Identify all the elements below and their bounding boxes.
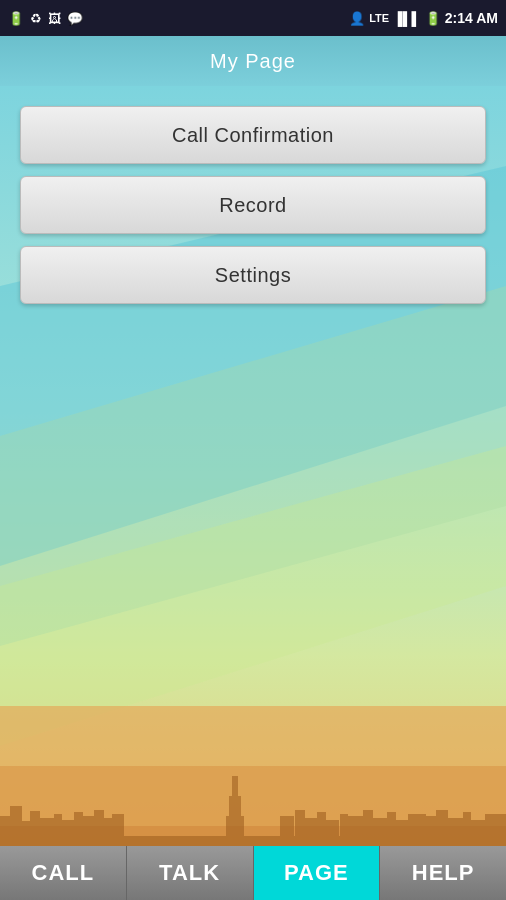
image-icon: 🖼 [48, 11, 61, 26]
recycle-icon: ♻ [30, 11, 42, 26]
bottom-nav: CALL TALK PAGE HELP [0, 846, 506, 900]
title-bar: My Page [0, 36, 506, 86]
status-bar: 🔋 ♻ 🖼 💬 👤 LTE ▐▌▌ 🔋 2:14 AM [0, 0, 506, 36]
record-button[interactable]: Record [20, 176, 486, 234]
nav-page-button[interactable]: PAGE [254, 846, 381, 900]
nav-talk-button[interactable]: TALK [127, 846, 254, 900]
person-icon: 👤 [349, 11, 365, 26]
signal-icon: ▐▌▌ [393, 11, 421, 26]
skyline-silhouette [0, 766, 506, 846]
nav-help-button[interactable]: HELP [380, 846, 506, 900]
nav-call-button[interactable]: CALL [0, 846, 127, 900]
svg-rect-41 [0, 836, 506, 846]
buttons-container: Call Confirmation Record Settings [20, 106, 486, 304]
status-icons-right: 👤 LTE ▐▌▌ 🔋 2:14 AM [349, 10, 498, 26]
page-title: My Page [210, 50, 296, 73]
settings-button[interactable]: Settings [20, 246, 486, 304]
battery-status-icon: 🔋 [8, 11, 24, 26]
status-icons-left: 🔋 ♻ 🖼 💬 [8, 11, 83, 26]
status-time: 2:14 AM [445, 10, 498, 26]
lte-label: LTE [369, 12, 389, 24]
call-confirmation-button[interactable]: Call Confirmation [20, 106, 486, 164]
battery-icon: 🔋 [425, 11, 441, 26]
chat-icon: 💬 [67, 11, 83, 26]
main-area: Call Confirmation Record Settings [0, 86, 506, 900]
